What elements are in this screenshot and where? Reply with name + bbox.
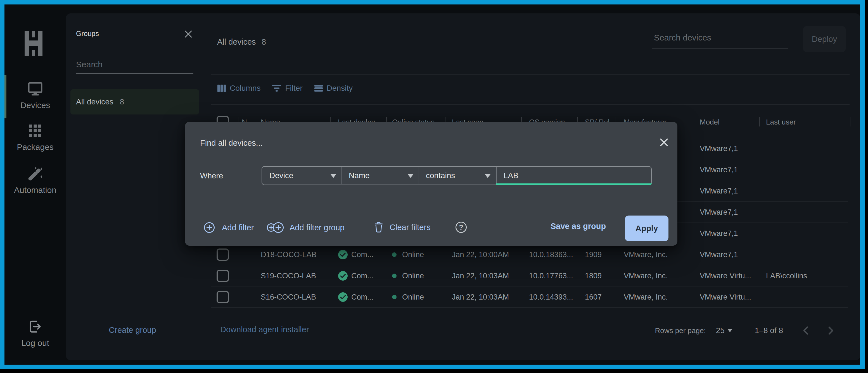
add-filter-group-button[interactable]: Add filter group	[267, 222, 345, 233]
logout-button[interactable]: Log out	[4, 338, 66, 348]
table-row[interactable]: S16-COCO-LAB Com... Online Jan 22, 10:03…	[211, 286, 848, 308]
grid-icon	[29, 125, 41, 138]
field-dropdown[interactable]: Device	[270, 167, 293, 184]
cell-last-seen: Jan 22, 10:03AM	[452, 286, 509, 308]
caret-down-icon[interactable]	[407, 174, 413, 178]
last-deploy-status: Com...	[351, 272, 374, 280]
sidebar-item-packages[interactable]: Packages	[4, 142, 66, 152]
help-icon[interactable]: ?	[456, 222, 467, 233]
online-dot-icon	[392, 295, 397, 299]
save-as-group-button[interactable]: Save as group	[551, 222, 606, 231]
filter-label: Filter	[285, 84, 302, 93]
download-agent-installer-link[interactable]: Download agent installer	[220, 325, 309, 334]
header-divider	[211, 74, 849, 74]
cell-manufacturer: VMware, Inc.	[624, 265, 668, 286]
groups-search-input[interactable]	[76, 60, 193, 69]
deploy-button[interactable]: Deploy	[803, 26, 846, 52]
columns-icon	[217, 83, 226, 93]
monitor-icon	[28, 82, 42, 97]
row-checkbox[interactable]	[217, 270, 229, 282]
segment-separator	[341, 167, 342, 184]
add-filter-label: Add filter	[222, 223, 254, 232]
pagination: Rows per page: 25 1–8 of 8	[625, 322, 846, 339]
row-checkbox[interactable]	[217, 291, 229, 303]
filter-modal: Find all devices... Where Device Name co…	[185, 122, 677, 246]
clear-filters-button[interactable]: Clear filters	[374, 221, 431, 233]
check-circle-icon	[338, 249, 348, 260]
trash-icon	[374, 221, 383, 233]
cell-sp-rel: 1607	[585, 286, 602, 308]
columns-button[interactable]: Columns	[217, 83, 260, 93]
cell-model: VMware7,1	[700, 138, 738, 159]
cell-online-status: Online	[392, 265, 424, 286]
sidebar-item-devices[interactable]: Devices	[4, 101, 66, 110]
create-group-button[interactable]: Create group	[66, 326, 199, 335]
sidebar-item-automation[interactable]: Automation	[4, 185, 66, 195]
magic-wand-icon	[27, 165, 43, 182]
check-circle-icon	[338, 271, 348, 281]
table-row[interactable]: D18-COCO-LAB Com... Online Jan 22, 10:00…	[211, 244, 848, 265]
property-dropdown[interactable]: Name	[349, 167, 370, 184]
filter-button[interactable]: Filter	[272, 83, 302, 93]
filter-value-input[interactable]	[504, 167, 643, 184]
segment-separator	[418, 167, 419, 184]
row-checkbox[interactable]	[217, 248, 229, 261]
online-status-label: Online	[402, 272, 424, 280]
caret-down-icon[interactable]	[330, 174, 337, 178]
caret-down-icon[interactable]	[727, 329, 733, 332]
cell-name: S16-COCO-LAB	[261, 286, 316, 308]
columns-label: Columns	[230, 84, 260, 93]
table-toolbar: Columns Filter Density	[217, 82, 353, 94]
group-item-label: All devices	[76, 97, 114, 106]
rows-per-page-value[interactable]: 25	[716, 326, 725, 335]
clear-filters-label: Clear filters	[390, 223, 431, 232]
cell-model: VMware7,1	[700, 244, 738, 265]
cell-sp-rel: 1909	[585, 244, 602, 265]
group-item-count: 8	[120, 97, 124, 106]
apply-button[interactable]: Apply	[625, 215, 669, 241]
close-icon[interactable]	[658, 136, 670, 150]
cell-sp-rel: 1809	[585, 265, 602, 286]
online-dot-icon	[392, 252, 397, 257]
density-label: Density	[327, 84, 353, 93]
cell-model: VMware Virtu...	[700, 265, 751, 286]
input-focus-underline	[496, 183, 652, 185]
double-circle-plus-icon	[267, 222, 284, 233]
density-button[interactable]: Density	[314, 83, 353, 93]
cell-online-status: Online	[392, 286, 424, 308]
operator-dropdown[interactable]: contains	[426, 167, 455, 184]
cell-last-seen: Jan 22, 10:00AM	[452, 244, 509, 265]
cell-model: VMware7,1	[700, 159, 738, 180]
density-lines-icon	[314, 83, 323, 93]
add-filter-button[interactable]: Add filter	[204, 222, 254, 233]
filter-condition-row: Device Name contains	[261, 166, 652, 185]
groups-title: Groups	[76, 30, 99, 38]
last-deploy-status: Com...	[351, 250, 374, 259]
column-separator	[759, 117, 760, 127]
close-icon[interactable]	[183, 29, 193, 40]
col-header-model[interactable]: Model	[700, 117, 720, 127]
cell-os-version: 10.0.14393...	[529, 286, 573, 308]
operator-dropdown-value: contains	[426, 171, 455, 180]
chevron-left-icon[interactable]	[800, 325, 812, 337]
table-row[interactable]: S19-COCO-LAB Com... Online Jan 22, 10:03…	[211, 265, 848, 286]
online-status-label: Online	[402, 250, 424, 259]
logout-icon	[29, 320, 42, 335]
cell-online-status: Online	[392, 244, 424, 265]
col-header-last-user[interactable]: Last user	[766, 117, 796, 127]
active-nav-indicator	[4, 75, 6, 118]
column-separator	[693, 117, 693, 127]
chevron-right-icon[interactable]	[825, 325, 837, 337]
where-label: Where	[200, 171, 223, 180]
group-item-all-devices[interactable]: All devices 8	[70, 89, 199, 114]
cell-name: D18-COCO-LAB	[261, 244, 317, 265]
cell-last-deploy: Com...	[338, 244, 374, 265]
app-window: Devices Packages Automation Log out	[0, 0, 868, 373]
caret-down-icon[interactable]	[485, 174, 491, 178]
cell-model: VMware7,1	[700, 180, 738, 202]
page-title-count: 8	[261, 37, 266, 46]
brand-logo-icon[interactable]	[25, 31, 42, 57]
cell-manufacturer: VMware, Inc.	[624, 244, 668, 265]
search-devices-input[interactable]	[654, 33, 788, 42]
groups-search-underline	[76, 73, 193, 74]
